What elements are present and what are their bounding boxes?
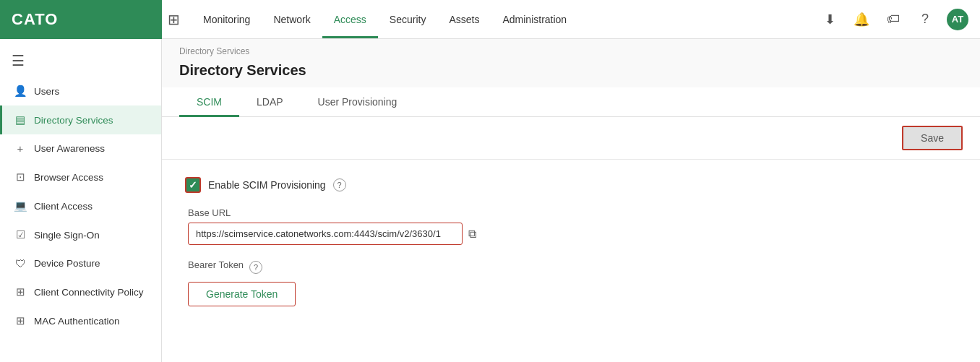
enable-scim-label: Enable SCIM Provisioning (208, 179, 326, 191)
user-awareness-icon: + (14, 142, 27, 155)
logo: CATO (12, 10, 58, 29)
bearer-token-group: Bearer Token ? Generate Token (185, 259, 957, 306)
directory-icon: ▤ (14, 113, 27, 126)
sidebar-item-mac-auth-label: MAC Authentication (34, 316, 120, 327)
nav-items: ⊞ Monitoring Network Access Security Ass… (162, 0, 808, 38)
form-area: Save Enable SCIM Provisioning ? Base URL… (162, 117, 980, 362)
content-area: Directory Services Directory Services SC… (162, 39, 980, 362)
sidebar: ☰ 👤 Users ▤ Directory Services + User Aw… (0, 39, 162, 362)
sidebar-item-browser-access[interactable]: ⊡ Browser Access (0, 163, 161, 191)
sidebar-item-sso-label: Single Sign-On (34, 230, 100, 241)
sidebar-item-client-access[interactable]: 💻 Client Access (0, 191, 161, 220)
breadcrumb: Directory Services (162, 39, 980, 59)
base-url-row: ⧉ (188, 223, 957, 245)
tab-user-provisioning[interactable]: User Provisioning (301, 87, 415, 116)
nav-right-icons: ⬇ 🔔 🏷 ? AT (808, 9, 980, 30)
main-layout: ☰ 👤 Users ▤ Directory Services + User Aw… (0, 39, 980, 362)
connectivity-policy-icon: ⊞ (14, 285, 27, 298)
sidebar-item-device-posture-label: Device Posture (34, 258, 100, 269)
bearer-token-label-row: Bearer Token ? (188, 259, 957, 275)
sidebar-item-user-awareness-label: User Awareness (34, 143, 105, 154)
nav-item-security[interactable]: Security (378, 0, 438, 38)
generate-token-button[interactable]: Generate Token (188, 282, 296, 306)
save-bar: Save (162, 117, 980, 160)
copy-icon[interactable]: ⧉ (468, 228, 476, 241)
bell-icon[interactable]: 🔔 (851, 9, 872, 30)
bearer-token-label: Bearer Token (188, 259, 244, 270)
sidebar-item-ccp-label: Client Connectivity Policy (34, 287, 144, 298)
grid-icon[interactable]: ⊞ (168, 11, 180, 28)
nav-item-access[interactable]: Access (322, 0, 378, 38)
sidebar-menu-toggle[interactable]: ☰ (0, 45, 161, 77)
sso-icon: ☑ (14, 228, 27, 241)
sidebar-item-client-access-label: Client Access (34, 201, 93, 212)
nav-item-monitoring[interactable]: Monitoring (192, 0, 262, 38)
base-url-input[interactable] (188, 223, 463, 245)
tab-ldap[interactable]: LDAP (239, 87, 301, 116)
enable-scim-checkbox[interactable] (185, 177, 201, 193)
sidebar-item-device-posture[interactable]: 🛡 Device Posture (0, 249, 161, 277)
tab-scim[interactable]: SCIM (179, 87, 239, 116)
sidebar-item-directory-services[interactable]: ▤ Directory Services (0, 105, 161, 134)
users-icon: 👤 (14, 85, 27, 98)
base-url-label: Base URL (188, 207, 957, 218)
form-content: Enable SCIM Provisioning ? Base URL ⧉ Be… (162, 160, 980, 338)
enable-scim-help-icon[interactable]: ? (333, 178, 346, 191)
download-icon[interactable]: ⬇ (820, 9, 840, 30)
sidebar-item-mac-authentication[interactable]: ⊞ MAC Authentication (0, 306, 161, 335)
page-title: Directory Services (162, 59, 980, 87)
sidebar-item-single-sign-on[interactable]: ☑ Single Sign-On (0, 220, 161, 249)
sidebar-item-directory-label: Directory Services (34, 115, 113, 126)
sidebar-item-users-label: Users (34, 86, 59, 97)
nav-item-network[interactable]: Network (262, 0, 322, 38)
tag-icon[interactable]: 🏷 (883, 9, 903, 30)
client-access-icon: 💻 (14, 199, 27, 212)
nav-item-assets[interactable]: Assets (437, 0, 491, 38)
sidebar-item-browser-access-label: Browser Access (34, 172, 103, 183)
save-button[interactable]: Save (902, 126, 963, 150)
sidebar-item-users[interactable]: 👤 Users (0, 77, 161, 105)
browser-icon: ⊡ (14, 171, 27, 184)
sidebar-item-client-connectivity-policy[interactable]: ⊞ Client Connectivity Policy (0, 277, 161, 306)
base-url-group: Base URL ⧉ (185, 207, 957, 245)
bearer-token-help-icon[interactable]: ? (249, 261, 262, 274)
top-nav: CATO ⊞ Monitoring Network Access Securit… (0, 0, 980, 39)
logo-area: CATO (0, 0, 162, 39)
device-posture-icon: 🛡 (14, 257, 27, 270)
help-icon[interactable]: ? (915, 9, 935, 30)
avatar[interactable]: AT (947, 9, 968, 30)
sidebar-item-user-awareness[interactable]: + User Awareness (0, 134, 161, 163)
nav-item-administration[interactable]: Administration (491, 0, 578, 38)
mac-auth-icon: ⊞ (14, 314, 27, 327)
enable-scim-row: Enable SCIM Provisioning ? (185, 177, 957, 193)
tab-bar: SCIM LDAP User Provisioning (162, 87, 980, 117)
